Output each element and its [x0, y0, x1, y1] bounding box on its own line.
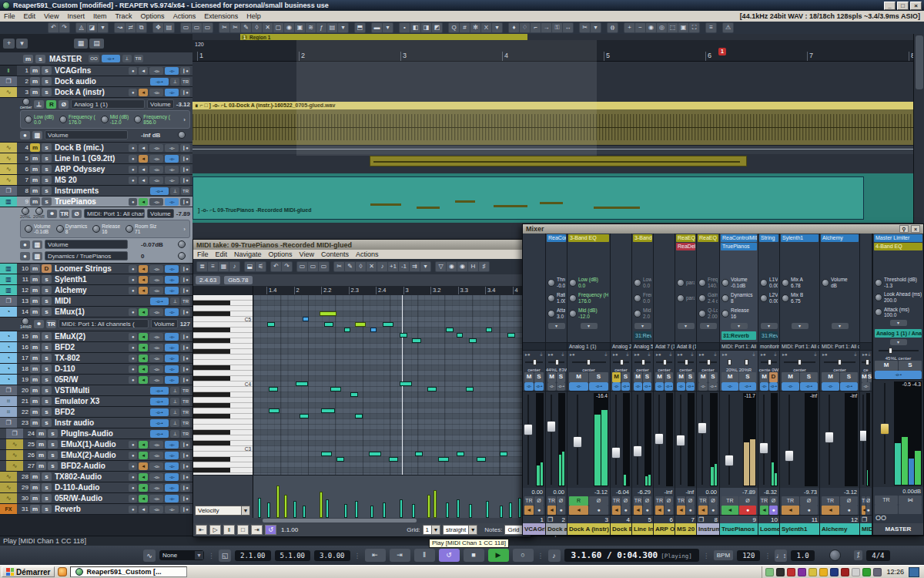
sharp-icon[interactable]: ♯ — [479, 262, 489, 271]
fx-param-knob[interactable]: Dynamics8 — [721, 291, 756, 305]
io-button[interactable]: ❙● — [180, 276, 190, 284]
monitor-button[interactable]: ◄ — [524, 506, 534, 515]
fx-dropdown[interactable]: ▾ — [890, 320, 907, 326]
menu-edit[interactable]: Edit — [24, 12, 36, 20]
fx-slot[interactable]: Sylenth1 — [781, 234, 819, 242]
fx-slot[interactable]: ReaEQ — [676, 234, 695, 242]
io-button[interactable]: ❙● — [180, 462, 190, 470]
mixer-strip-x[interactable]: ▸●⏚ceMS-ο-TRØ◄●❐MID — [860, 234, 872, 535]
master-track-row[interactable]: m s MASTER ΟΟ -ο-• ⊥ TR — [0, 52, 192, 66]
erase-icon[interactable]: ◊ — [252, 23, 262, 32]
io-button[interactable]: ❙● — [180, 198, 190, 206]
solo-button[interactable]: S — [840, 372, 858, 382]
solo-button[interactable]: s — [42, 483, 52, 492]
track-row-22[interactable]: ⌗22msBFD2-ο-•⊥TR — [0, 407, 192, 418]
strip-name[interactable]: Alchemy — [820, 523, 859, 535]
master-mute-button[interactable]: m — [23, 55, 33, 63]
mixer-strip-5[interactable]: 3-Band EQLow (dB0.0Freque0.0Mid (dB2.0▾3… — [632, 234, 654, 535]
monitor-button[interactable]: ◄ — [698, 506, 708, 515]
black-key[interactable] — [193, 392, 253, 398]
mute-button[interactable]: M — [569, 372, 588, 382]
routing-button[interactable]: -ο- — [655, 382, 664, 391]
chevron-down-icon[interactable]: ▼ — [195, 551, 203, 560]
fx-param-knob[interactable]: Frequency (856.0 — [134, 114, 170, 126]
play-button[interactable]: ▶ — [488, 549, 509, 562]
trim-button[interactable]: TR — [547, 496, 556, 506]
black-key[interactable] — [193, 441, 253, 446]
midi-menu-navigate[interactable]: Navigate — [234, 250, 262, 258]
mono-button[interactable]: ⊥ — [170, 187, 179, 195]
fader-thumb[interactable] — [785, 450, 794, 462]
record-arm-button[interactable]: ● — [129, 441, 137, 449]
fx-param-knob[interactable]: Frequency (Hz)176.0 — [569, 291, 608, 305]
mute-button[interactable]: m — [30, 307, 40, 316]
routing-button[interactable]: -ο- — [165, 506, 179, 513]
routing-button[interactable]: -ο-• — [150, 297, 169, 305]
midi-note[interactable] — [324, 322, 333, 327]
routing-send-button[interactable]: -ο› — [149, 365, 163, 373]
mute-button[interactable]: m — [30, 343, 40, 351]
midi-note[interactable] — [415, 452, 423, 456]
item-prev-icon[interactable]: ▭ — [297, 262, 307, 271]
fx-slot[interactable]: String — [759, 234, 778, 242]
fx-dropdown[interactable]: ▾ — [700, 323, 717, 329]
zoom-proj-icon[interactable]: ⬚ — [668, 23, 678, 32]
layout-3-icon[interactable]: ◩ — [432, 23, 442, 32]
monitor-button[interactable]: ◄ — [139, 198, 148, 206]
input-select[interactable]: Adat 7 (1) — [654, 342, 675, 351]
fader-thumb[interactable] — [759, 442, 768, 454]
phase-button[interactable]: Ø — [72, 210, 82, 218]
midi-menu-options[interactable]: Options — [269, 250, 293, 258]
transpose-up-icon[interactable]: +1 — [388, 262, 398, 271]
project-marker[interactable]: 1 — [718, 48, 726, 55]
routing-button[interactable]: -ο-• — [557, 382, 565, 391]
record-arm-button[interactable]: ● — [129, 176, 137, 184]
monitor-button[interactable]: ◄ — [822, 506, 839, 515]
align-icon[interactable]: ≡ — [706, 23, 716, 32]
trim-button[interactable]: TR — [181, 78, 190, 86]
white-key[interactable] — [193, 398, 253, 403]
monitor-button[interactable]: ◄ — [139, 308, 148, 316]
strip-name[interactable]: TruePianos — [720, 523, 758, 535]
midi-note[interactable] — [400, 381, 412, 386]
mute-button[interactable]: M — [655, 372, 664, 382]
envelope-icon[interactable]: ∿ — [143, 549, 156, 562]
move-h-icon[interactable]: ↔ — [563, 23, 573, 32]
phase-button[interactable]: Ø — [769, 496, 778, 506]
routing-button[interactable]: -ο-• — [643, 382, 651, 391]
phase-button[interactable]: Ø — [557, 496, 565, 506]
routing-button[interactable]: -ο-• — [150, 387, 169, 395]
fx-slot[interactable]: ReaComp — [547, 234, 566, 242]
midi-note[interactable] — [469, 338, 477, 343]
mono-button[interactable]: ⊥ — [170, 297, 179, 305]
pan-control[interactable]: 45%L center — [873, 347, 923, 361]
input-select[interactable]: Analog 1 (1) — [567, 342, 610, 351]
midi-menu-actions[interactable]: Actions — [356, 250, 379, 258]
menu-actions[interactable]: Actions — [173, 12, 196, 20]
record-arm-button[interactable]: ● — [129, 155, 137, 163]
routing-button[interactable]: -ο- — [760, 382, 768, 391]
pan-control[interactable]: center — [632, 358, 653, 372]
audio-item-2[interactable] — [370, 156, 747, 166]
mono-button[interactable]: ⊥ — [170, 398, 179, 405]
fx-slot[interactable]: ReaControlMIDI — [721, 234, 757, 242]
routing-button[interactable]: -ο- — [165, 452, 179, 459]
midi-note[interactable] — [383, 322, 393, 327]
record-arm-button[interactable]: ● — [129, 333, 137, 341]
zoom-out-icon[interactable]: − — [635, 23, 645, 32]
warning-icon[interactable]: ⚠ — [723, 23, 733, 32]
phase-button[interactable]: Ø — [534, 496, 544, 506]
io-button[interactable]: ❙● — [180, 144, 190, 152]
solo-button[interactable]: S — [686, 372, 695, 382]
lock-icon[interactable]: ⚿ — [552, 23, 562, 32]
mute-button[interactable]: m — [36, 429, 46, 438]
mixer-strip-8[interactable]: ReaEQFreq-Lo140.7 HGain-Lo2.4 dBQ-Low2.0… — [697, 234, 720, 535]
send-chip[interactable]: 31:Reverb — [721, 331, 756, 340]
monitor-button[interactable]: ◄ — [782, 506, 799, 515]
midi-note[interactable] — [466, 387, 474, 391]
white-key[interactable] — [193, 446, 253, 452]
mute-button[interactable]: m — [30, 197, 40, 206]
solo-button[interactable]: s — [42, 505, 52, 513]
phase-button[interactable]: Ø — [665, 496, 673, 506]
monitor-button[interactable]: ◄ — [139, 67, 148, 75]
